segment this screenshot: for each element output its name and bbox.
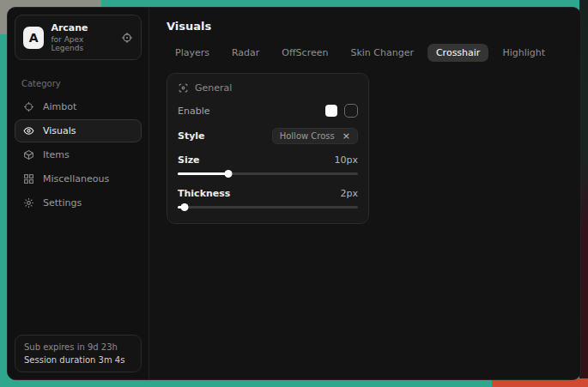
sidebar-item-label: Aimbot bbox=[43, 101, 76, 112]
sub-expires-text: Sub expires in 9d 23h bbox=[24, 342, 132, 352]
sidebar-item-visuals[interactable]: Visuals bbox=[15, 119, 142, 142]
card-header: General bbox=[178, 82, 358, 94]
tab-crosshair[interactable]: Crosshair bbox=[427, 44, 488, 62]
page-title: Visuals bbox=[167, 20, 563, 33]
enable-controls bbox=[325, 104, 358, 118]
app-header: A Arcane for Apex Legends bbox=[15, 15, 142, 60]
app-title-wrap: Arcane for Apex Legends bbox=[51, 22, 114, 52]
tab-radar[interactable]: Radar bbox=[223, 44, 268, 62]
size-row: Size 10px bbox=[178, 154, 358, 166]
app-logo: A bbox=[23, 27, 44, 49]
tab-highlight[interactable]: Highlight bbox=[494, 44, 554, 62]
sidebar: A Arcane for Apex Legends Category bbox=[8, 8, 149, 379]
enable-label: Enable bbox=[178, 106, 209, 117]
subscription-status-box: Sub expires in 9d 23h Session duration 3… bbox=[15, 335, 142, 372]
tab-offscreen[interactable]: OffScreen bbox=[273, 44, 336, 62]
sidebar-item-items[interactable]: Items bbox=[15, 143, 142, 166]
sidebar-item-label: Miscellaneous bbox=[43, 173, 109, 184]
slider-thumb[interactable] bbox=[181, 203, 189, 211]
card-header-label: General bbox=[195, 82, 232, 94]
size-value: 10px bbox=[335, 154, 359, 166]
sidebar-item-aimbot[interactable]: Aimbot bbox=[15, 95, 142, 118]
target-icon[interactable] bbox=[121, 32, 133, 44]
size-slider[interactable] bbox=[178, 170, 358, 178]
size-label: Size bbox=[178, 154, 200, 166]
gear-icon bbox=[23, 197, 34, 209]
thickness-value: 2px bbox=[341, 188, 359, 199]
tab-bar: Players Radar OffScreen Skin Changer Cro… bbox=[167, 44, 563, 62]
color-swatch[interactable] bbox=[325, 105, 337, 117]
sidebar-item-settings[interactable]: Settings bbox=[15, 191, 142, 215]
style-dropdown[interactable]: Hollow Cross × bbox=[272, 128, 358, 144]
app-subtitle: for Apex Legends bbox=[51, 35, 114, 52]
enable-checkbox[interactable] bbox=[344, 104, 358, 118]
main-content: Visuals Players Radar OffScreen Skin Cha… bbox=[149, 8, 580, 379]
thickness-row: Thickness 2px bbox=[178, 188, 358, 199]
sidebar-item-miscellaneous[interactable]: Miscellaneous bbox=[15, 167, 142, 190]
screen: A Arcane for Apex Legends Category bbox=[0, 0, 588, 387]
style-label: Style bbox=[178, 130, 205, 142]
cheat-menu-window: A Arcane for Apex Legends Category bbox=[7, 7, 581, 380]
general-settings-card: General Enable Style Hollow Cross × bbox=[167, 73, 369, 224]
slider-thumb[interactable] bbox=[224, 170, 232, 178]
style-row: Style Hollow Cross × bbox=[178, 128, 358, 144]
eye-icon bbox=[23, 125, 34, 136]
sidebar-spacer bbox=[8, 215, 149, 328]
grid-icon bbox=[23, 173, 34, 184]
sidebar-item-label: Settings bbox=[43, 197, 82, 209]
clear-icon[interactable]: × bbox=[342, 131, 350, 141]
enable-row: Enable bbox=[178, 104, 358, 118]
crosshair-icon bbox=[23, 101, 34, 112]
session-duration-text: Session duration 3m 4s bbox=[24, 355, 132, 365]
style-value: Hollow Cross bbox=[280, 131, 335, 141]
sidebar-item-label: Visuals bbox=[43, 125, 76, 136]
focus-icon bbox=[178, 82, 189, 94]
box-icon bbox=[23, 149, 34, 160]
app-title: Arcane bbox=[51, 22, 114, 33]
slider-fill bbox=[178, 172, 228, 175]
thickness-slider[interactable] bbox=[178, 203, 358, 211]
thickness-label: Thickness bbox=[178, 188, 230, 199]
tab-players[interactable]: Players bbox=[167, 44, 218, 62]
slider-track bbox=[178, 206, 358, 209]
tab-skin-changer[interactable]: Skin Changer bbox=[342, 44, 422, 62]
category-label: Category bbox=[21, 79, 136, 88]
sidebar-nav: Aimbot Visuals I bbox=[8, 95, 149, 215]
sidebar-item-label: Items bbox=[43, 149, 70, 160]
